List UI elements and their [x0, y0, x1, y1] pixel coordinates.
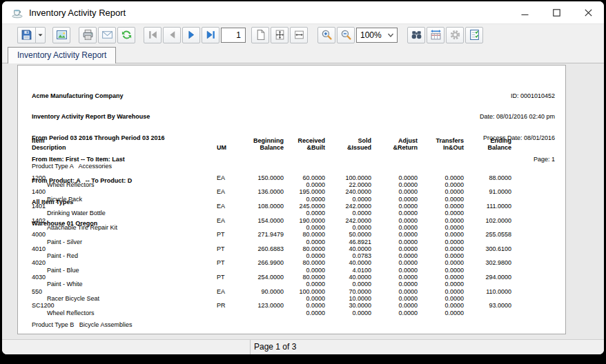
ending-balance: 294.0000	[464, 274, 511, 281]
minimize-button[interactable]	[509, 1, 540, 23]
ending-balance: 300.6100	[464, 245, 511, 252]
beginning-balance: 266.9900	[239, 259, 284, 266]
next-page-button[interactable]	[182, 27, 200, 43]
fit-columns-button[interactable]	[427, 27, 444, 43]
transfers-inout: 0.0000	[418, 245, 464, 252]
received-built: 0.0000	[284, 302, 325, 309]
zoom-out-icon	[340, 29, 352, 41]
next-page-icon	[186, 29, 197, 41]
ending-balance: 91.0000	[464, 188, 511, 195]
export-image-icon	[56, 29, 68, 41]
item-row: 1200EA150.000060.0000100.00000.00000.000…	[32, 174, 511, 181]
item-description-row: Wheel Reflectors0.000022.00000.00000.000…	[32, 181, 511, 188]
save-icon	[21, 29, 32, 41]
toolbar: 100%	[2, 23, 604, 46]
zoom-in-button[interactable]	[317, 27, 335, 43]
sold-issued-2: 0.0000	[325, 310, 371, 316]
item-number: 1402	[32, 217, 217, 224]
received-built-2: 0.0000	[284, 295, 325, 302]
sold-issued: 40.0000	[325, 274, 371, 281]
print-button[interactable]	[79, 27, 97, 43]
group-header-b: Product Type B Bicycle Assemblies	[32, 321, 511, 328]
beginning-balance: 260.6883	[239, 245, 284, 252]
item-description: Wheel Reflectors	[32, 310, 217, 316]
spacer-cell	[32, 170, 511, 174]
transfers-inout-2: 0.0000	[418, 210, 464, 216]
transfers-inout: 0.0000	[418, 231, 464, 238]
last-page-button[interactable]	[202, 27, 219, 43]
spacer-cell	[32, 152, 511, 163]
previous-page-button[interactable]	[163, 27, 181, 43]
title-bar[interactable]: Inventory Activity Report	[2, 1, 604, 23]
item-description: Paint - White	[32, 281, 217, 287]
fit-width-button[interactable]	[290, 27, 308, 43]
email-button[interactable]	[98, 27, 116, 43]
maximize-button[interactable]	[540, 1, 572, 23]
adjust-return-2: 0.0000	[371, 310, 418, 316]
adjust-return-2: 0.0000	[371, 181, 418, 188]
transfers-inout: 0.0000	[418, 174, 464, 181]
col-adjust-return: &Return	[371, 144, 418, 151]
transfers-inout-2: 0.0000	[418, 181, 464, 188]
transfers-inout-2: 0.0000	[418, 295, 464, 302]
find-button[interactable]	[407, 27, 425, 43]
item-number: 1401	[32, 203, 217, 210]
save-button[interactable]	[17, 27, 35, 43]
received-built: 80.0000	[284, 245, 325, 252]
item-row: 1401EA108.0000245.0000242.00000.00000.00…	[32, 203, 511, 210]
sold-issued: 50.0000	[325, 231, 371, 238]
export-image-button[interactable]	[52, 27, 70, 43]
close-button[interactable]	[572, 1, 604, 23]
adjust-return-2: 0.0000	[371, 267, 418, 274]
item-description-row: Bicycle Pack0.00000.00000.00000.0000	[32, 196, 511, 203]
checklist-button[interactable]	[465, 27, 483, 43]
report-viewer-app-icon	[11, 6, 23, 19]
page-number-input[interactable]	[221, 28, 246, 43]
item-number: 4000	[32, 231, 217, 238]
save-dropdown-icon	[37, 29, 43, 41]
refresh-icon	[121, 29, 133, 41]
received-built: 190.0000	[284, 217, 325, 224]
sold-issued: 40.0000	[325, 245, 371, 252]
item-description-row: Racer Bicycle Seat0.000010.00000.00000.0…	[32, 295, 511, 302]
adjust-return-2: 0.0000	[371, 281, 418, 287]
col-description: Description	[32, 144, 217, 151]
fit-page-button[interactable]	[271, 27, 289, 43]
minimize-icon	[521, 9, 529, 17]
item-description-row: Paint - Blue0.00004.01000.00000.0000	[32, 267, 511, 274]
refresh-button[interactable]	[117, 27, 135, 43]
adjust-return-2: 0.0000	[371, 295, 418, 302]
first-page-button[interactable]	[144, 27, 162, 43]
email-icon	[101, 29, 113, 41]
adjust-return: 0.0000	[371, 259, 418, 266]
report-table: Item Beginning Received Sold Adjust Tran…	[32, 137, 511, 328]
save-options-button[interactable]	[35, 27, 46, 43]
beginning-balance: 136.0000	[239, 188, 284, 195]
adjust-return-2: 0.0000	[371, 239, 418, 245]
received-built-2: 0.0000	[284, 252, 325, 259]
received-built-2: 0.0000	[284, 267, 325, 274]
zoom-out-button[interactable]	[337, 27, 355, 43]
tab-bar: Inventory Activity Report	[2, 46, 604, 63]
report-date: Date: 08/01/2016 02:40 pm	[480, 113, 555, 120]
col-beginning-balance: Balance	[239, 144, 284, 151]
transfers-inout: 0.0000	[418, 288, 464, 295]
transfers-inout: 0.0000	[418, 203, 464, 210]
tab-inventory-activity-report[interactable]: Inventory Activity Report	[8, 47, 116, 63]
item-description: Paint - Red	[32, 252, 217, 259]
um-value: PT	[217, 245, 239, 252]
zoom-level-select[interactable]: 100%	[356, 28, 398, 43]
single-page-view-button[interactable]	[251, 27, 269, 43]
item-description-row: Drinking Water Bottle0.00000.00000.00000…	[32, 210, 511, 216]
transfers-inout: 0.0000	[418, 302, 464, 309]
group-header-b-label: Product Type B Bicycle Assemblies	[32, 321, 511, 328]
ending-balance: 111.0000	[464, 203, 511, 210]
col-sold-issued: &Issued	[325, 144, 371, 151]
settings-button[interactable]	[446, 27, 464, 43]
received-built: 80.0000	[284, 231, 325, 238]
item-number: 4030	[32, 274, 217, 281]
company-name: Acme Manufacturing Company	[32, 92, 165, 99]
close-icon	[585, 9, 592, 17]
um-value: EA	[217, 217, 239, 224]
item-description: Racer Bicycle Seat	[32, 295, 217, 302]
